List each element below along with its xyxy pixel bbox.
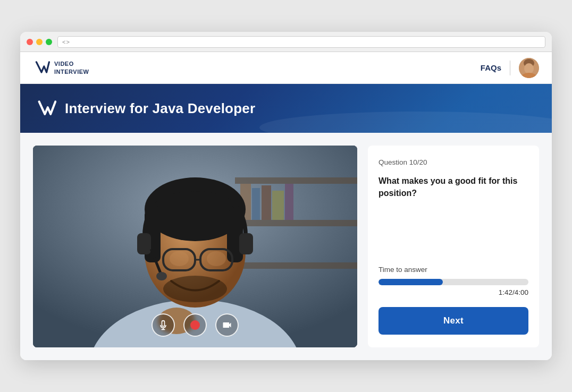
hero-v-icon: [37, 99, 56, 118]
camera-button[interactable]: [215, 313, 239, 337]
hero-banner: Interview for Java Developer: [20, 84, 552, 133]
mic-icon: [158, 320, 169, 330]
svg-point-25: [163, 276, 227, 302]
main-content: Question 10/20 What makes you a good fit…: [20, 133, 552, 360]
svg-rect-27: [239, 233, 253, 254]
svg-point-23: [170, 251, 189, 266]
avatar[interactable]: [519, 58, 539, 78]
camera-icon: [222, 320, 232, 330]
svg-rect-11: [262, 185, 271, 220]
question-text: What makes you a good fit for this posit…: [378, 175, 528, 199]
hero-title: Interview for Java Developer: [65, 100, 255, 117]
progress-bar-fill: [378, 279, 443, 285]
question-label: Question 10/20: [378, 158, 528, 166]
svg-point-24: [207, 251, 226, 266]
mic-button[interactable]: [152, 313, 175, 337]
browser-titlebar: < >: [20, 32, 552, 52]
browser-window: < > VIDEO INTERVIEW FAQs: [20, 32, 552, 360]
record-button[interactable]: [183, 313, 207, 337]
svg-rect-7: [235, 220, 357, 226]
maximize-dot[interactable]: [46, 39, 52, 45]
svg-rect-26: [137, 233, 151, 254]
svg-rect-6: [235, 177, 357, 184]
app-header: VIDEO INTERVIEW FAQs: [20, 52, 552, 84]
video-area: [33, 146, 357, 347]
window-controls: [27, 39, 52, 45]
header-divider: [510, 61, 510, 75]
time-value: 1:42/4:00: [378, 288, 528, 296]
avatar-image: [519, 58, 539, 78]
minimize-dot[interactable]: [36, 39, 43, 45]
record-dot-icon: [190, 320, 200, 330]
svg-rect-12: [272, 191, 284, 220]
right-panel: Question 10/20 What makes you a good fit…: [368, 146, 539, 347]
nav-arrows-icon: < >: [62, 39, 69, 45]
svg-rect-10: [252, 188, 260, 220]
svg-point-29: [156, 272, 167, 280]
url-bar[interactable]: < >: [57, 36, 545, 48]
progress-bar-bg: [378, 279, 528, 285]
svg-rect-8: [235, 262, 357, 269]
header-right: FAQs: [481, 58, 539, 78]
next-button[interactable]: Next: [378, 307, 528, 335]
close-dot[interactable]: [27, 39, 33, 45]
brand-v-icon: [33, 59, 50, 76]
video-controls: [152, 313, 239, 337]
svg-point-2: [524, 63, 534, 74]
brand-name: VIDEO INTERVIEW: [54, 60, 89, 75]
svg-rect-13: [285, 184, 293, 220]
time-label: Time to answer: [378, 266, 528, 274]
time-section: Time to answer 1:42/4:00 Next: [378, 266, 528, 335]
brand-logo-area: VIDEO INTERVIEW: [33, 59, 89, 76]
faqs-link[interactable]: FAQs: [481, 63, 501, 72]
